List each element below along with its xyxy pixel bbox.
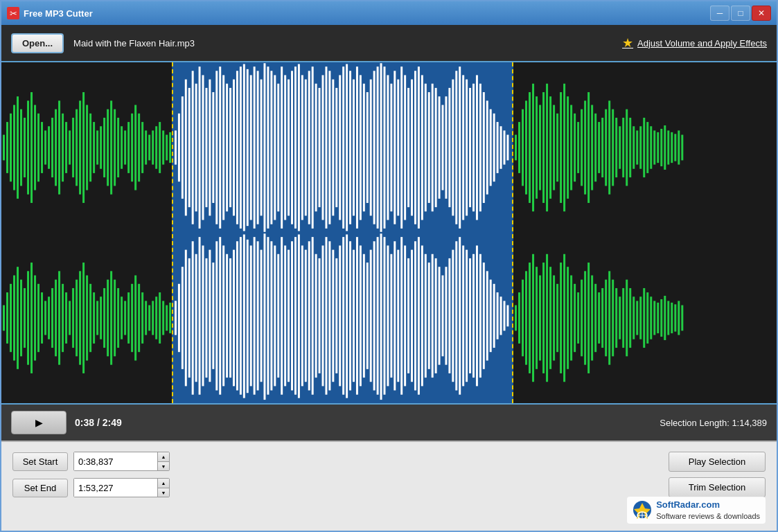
svg-rect-324 [612, 280, 614, 357]
svg-rect-36 [121, 126, 123, 169]
svg-rect-125 [428, 92, 430, 203]
main-window: ✂ Free MP3 Cutter ─ □ ✕ Open... Maid wit… [0, 0, 778, 532]
start-time-input[interactable] [74, 452, 157, 470]
svg-rect-7 [20, 109, 22, 186]
watermark-text: SoftRadar.com Software reviews & downloa… [656, 499, 760, 521]
app-icon: ✂ [7, 7, 19, 19]
svg-rect-261 [563, 84, 565, 212]
svg-rect-88 [301, 75, 303, 220]
waveform-right [513, 62, 777, 403]
svg-rect-214 [397, 250, 399, 382]
svg-rect-263 [570, 105, 572, 190]
watermark: SoftRadar.com Software reviews & downloa… [627, 497, 766, 524]
svg-rect-147 [504, 130, 506, 164]
svg-rect-282 [636, 130, 638, 164]
svg-rect-264 [574, 114, 576, 181]
end-time-input[interactable] [74, 479, 157, 497]
svg-rect-251 [529, 92, 531, 203]
svg-rect-302 [536, 267, 538, 369]
svg-rect-150 [178, 284, 180, 352]
svg-rect-320 [598, 292, 600, 344]
svg-rect-160 [213, 263, 215, 369]
svg-rect-17 [55, 109, 57, 186]
svg-rect-273 [605, 109, 607, 186]
svg-rect-247 [515, 135, 517, 161]
svg-rect-38 [127, 122, 130, 173]
svg-rect-202 [356, 237, 358, 395]
svg-rect-5 [13, 105, 15, 190]
svg-rect-80 [274, 75, 276, 220]
svg-rect-284 [643, 118, 645, 177]
svg-rect-172 [254, 237, 256, 395]
svg-rect-105 [360, 75, 362, 220]
svg-rect-265 [577, 122, 579, 173]
svg-rect-225 [435, 258, 437, 373]
set-end-button[interactable]: Set End [12, 479, 68, 497]
play-button[interactable]: ▶ [11, 411, 67, 434]
minimize-button[interactable]: ─ [710, 6, 730, 21]
svg-rect-281 [633, 126, 635, 169]
svg-rect-101 [346, 64, 348, 231]
svg-rect-58 [199, 66, 201, 229]
svg-rect-49 [166, 135, 168, 161]
svg-rect-131 [449, 88, 451, 207]
svg-rect-84 [288, 80, 290, 216]
svg-rect-286 [650, 126, 652, 169]
svg-rect-19 [62, 114, 64, 181]
set-start-button[interactable]: Set Start [12, 452, 68, 471]
svg-rect-280 [629, 118, 631, 177]
svg-rect-148 [507, 135, 509, 161]
effects-label: Adjust Volume and Apply Effects [637, 38, 767, 48]
svg-rect-275 [612, 109, 614, 186]
svg-rect-237 [476, 245, 478, 386]
svg-rect-24 [79, 100, 81, 194]
svg-rect-169 [243, 234, 245, 398]
close-button[interactable]: ✕ [752, 6, 771, 21]
end-spin-up[interactable]: ▲ [158, 479, 169, 488]
watermark-site: SoftRadar.com [656, 499, 760, 511]
play-selection-button[interactable]: Play Selection [669, 452, 766, 472]
svg-rect-168 [240, 237, 242, 395]
svg-rect-224 [432, 254, 434, 378]
svg-rect-222 [425, 254, 427, 378]
effects-link[interactable]: ★ Adjust Volume and Apply Effects [622, 35, 767, 51]
open-button[interactable]: Open... [11, 33, 64, 53]
svg-rect-198 [342, 237, 344, 395]
selection-region[interactable] [172, 62, 513, 403]
svg-rect-55 [188, 88, 191, 207]
maximize-button[interactable]: □ [731, 6, 750, 21]
selection-length-label: Selection Length: [660, 418, 729, 428]
waveform-area[interactable] [1, 61, 777, 405]
svg-rect-193 [326, 237, 328, 395]
trim-selection-button[interactable]: Trim Selection [669, 477, 766, 497]
svg-rect-31 [103, 118, 105, 177]
svg-rect-128 [439, 96, 441, 199]
svg-rect-119 [407, 88, 409, 207]
end-spin-down[interactable]: ▼ [158, 488, 169, 497]
svg-rect-307 [553, 276, 555, 361]
svg-rect-64 [219, 66, 221, 229]
watermark-logo-icon [633, 500, 652, 520]
svg-rect-335 [650, 296, 652, 339]
svg-rect-196 [335, 258, 337, 373]
svg-rect-340 [667, 301, 669, 335]
svg-rect-82 [281, 66, 283, 229]
svg-rect-234 [466, 250, 468, 382]
svg-rect-126 [432, 84, 434, 212]
svg-rect-271 [598, 122, 600, 173]
svg-rect-23 [76, 109, 78, 186]
svg-rect-256 [546, 84, 548, 212]
svg-rect-262 [567, 96, 569, 199]
svg-rect-156 [199, 237, 201, 395]
start-spin-down[interactable]: ▼ [158, 461, 169, 470]
svg-rect-297 [518, 292, 520, 344]
svg-rect-188 [308, 241, 310, 390]
start-spin-up[interactable]: ▲ [158, 452, 169, 461]
svg-rect-187 [305, 250, 307, 382]
svg-rect-327 [622, 288, 624, 348]
svg-rect-223 [428, 263, 430, 369]
svg-rect-142 [486, 100, 488, 194]
svg-rect-244 [500, 296, 502, 335]
svg-rect-178 [274, 245, 276, 386]
svg-rect-44 [148, 135, 150, 161]
